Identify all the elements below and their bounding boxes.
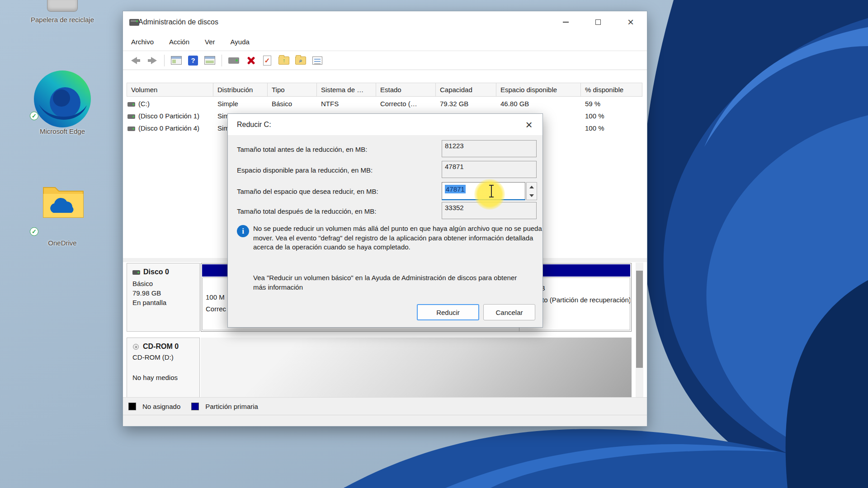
- folder-search-icon[interactable]: ⌕: [294, 54, 307, 67]
- shrink-amount-spinner: [526, 182, 537, 200]
- desktop: Papelera de reciclaje ✓ Microsoft Edge ✓…: [0, 0, 868, 488]
- folder-up-icon[interactable]: ↑: [278, 54, 290, 67]
- column-header-sistema[interactable]: Sistema de …: [317, 83, 376, 97]
- delete-icon[interactable]: [244, 54, 257, 67]
- statusbar: [123, 415, 647, 426]
- legend-bar: No asignado Partición primaria: [123, 397, 647, 415]
- menu-ver[interactable]: Ver: [205, 38, 215, 46]
- toolbar-separator: [222, 55, 222, 66]
- dialog-title: Reducir C:: [237, 121, 271, 129]
- column-header-espacio[interactable]: Espacio disponible: [496, 83, 581, 97]
- legend-label-unallocated: No asignado: [142, 403, 180, 410]
- titlebar[interactable]: Administración de discos ×: [123, 11, 647, 33]
- edge-sync-badge-icon: ✓: [30, 112, 38, 120]
- dialog-close-icon[interactable]: ×: [520, 117, 538, 133]
- field-label-total-before: Tamaño total antes de la reducción, en M…: [237, 145, 368, 153]
- spinner-up-icon[interactable]: [527, 183, 537, 191]
- dialog-titlebar[interactable]: Reducir C: ×: [228, 114, 542, 135]
- edge-label: Microsoft Edge: [24, 127, 101, 136]
- help-icon[interactable]: ?: [187, 54, 199, 67]
- legend-swatch-primary: [191, 403, 199, 410]
- column-header-tipo[interactable]: Tipo: [268, 83, 317, 97]
- legend-swatch-unallocated: [128, 403, 136, 410]
- menubar: Archivo Acción Ver Ayuda: [123, 33, 647, 51]
- shrink-dialog: Reducir C: × Tamaño total antes de la re…: [227, 113, 543, 328]
- properties-icon[interactable]: [311, 54, 324, 67]
- column-header-distribucion[interactable]: Distribución: [213, 83, 268, 97]
- app-icon: [129, 19, 139, 26]
- volume-icon: [127, 127, 135, 131]
- field-available: 47871: [442, 161, 537, 178]
- onedrive-label: OneDrive: [24, 239, 101, 248]
- field-label-shrink-amount: Tamaño del espacio que desea reducir, en…: [237, 188, 378, 195]
- disk-icon: [132, 270, 140, 275]
- onedrive-icon[interactable]: [41, 178, 86, 224]
- forward-icon[interactable]: [146, 54, 159, 67]
- field-label-total-after: Tamaño total después de la reducción, en…: [237, 207, 377, 215]
- cdrom0-media-area: [201, 338, 632, 404]
- info-icon: i: [237, 225, 249, 237]
- menu-accion[interactable]: Acción: [169, 38, 189, 46]
- selected-text: 47871: [445, 185, 466, 193]
- console-tree-icon[interactable]: [170, 54, 183, 67]
- toolbar: ? ✓ ↑ ⌕: [123, 51, 647, 70]
- disk0-info-panel[interactable]: Disco 0 Básico 79.98 GB En pantalla: [127, 263, 200, 332]
- shrink-button[interactable]: Reducir: [417, 304, 479, 320]
- help-text: Vea "Reducir un volumen básico" en la Ay…: [253, 273, 524, 292]
- cdrom-icon: [132, 344, 140, 350]
- spinner-down-icon[interactable]: [527, 191, 537, 200]
- minimize-button[interactable]: [549, 11, 582, 33]
- cdrom0-info-panel[interactable]: CD-ROM 0 CD-ROM (D:) No hay medios: [127, 338, 200, 404]
- edge-icon[interactable]: [33, 69, 92, 129]
- menu-archivo[interactable]: Archivo: [131, 38, 154, 46]
- field-label-available: Espacio disponible para la reducción, en…: [237, 166, 373, 174]
- text-cursor-icon: [488, 184, 495, 198]
- dialog-window-icon[interactable]: [227, 54, 240, 67]
- back-icon[interactable]: [129, 54, 142, 67]
- toolbar-separator: [164, 55, 165, 66]
- volume-icon: [127, 102, 135, 107]
- column-header-capacidad[interactable]: Capacidad: [436, 83, 496, 97]
- verify-icon[interactable]: ✓: [261, 54, 274, 67]
- close-button[interactable]: ×: [614, 11, 647, 33]
- volume-row-c[interactable]: (C:) Simple Básico NTFS Correcto (… 79.3…: [123, 98, 643, 110]
- cancel-button[interactable]: Cancelar: [483, 304, 535, 320]
- recycle-bin-label: Papelera de reciclaje: [24, 15, 101, 24]
- info-text: No se puede reducir un volumen más allá …: [253, 224, 546, 252]
- recycle-bin-icon[interactable]: [47, 0, 78, 12]
- maximize-button[interactable]: [582, 11, 614, 33]
- window-title: Administración de discos: [138, 18, 218, 26]
- onedrive-sync-badge-icon: ✓: [30, 227, 38, 236]
- menu-ayuda[interactable]: Ayuda: [231, 38, 250, 46]
- column-header-volumen[interactable]: Volumen: [127, 83, 213, 97]
- legend-label-primary: Partición primaria: [205, 403, 258, 410]
- volume-icon: [127, 114, 135, 119]
- column-header-pct[interactable]: % disponible: [581, 83, 642, 97]
- field-total-before: 81223: [442, 140, 537, 157]
- column-header-estado[interactable]: Estado: [376, 83, 436, 97]
- vertical-scrollbar[interactable]: [636, 263, 643, 405]
- scrollbar-thumb[interactable]: [636, 271, 643, 368]
- action-pane-icon[interactable]: [203, 54, 216, 67]
